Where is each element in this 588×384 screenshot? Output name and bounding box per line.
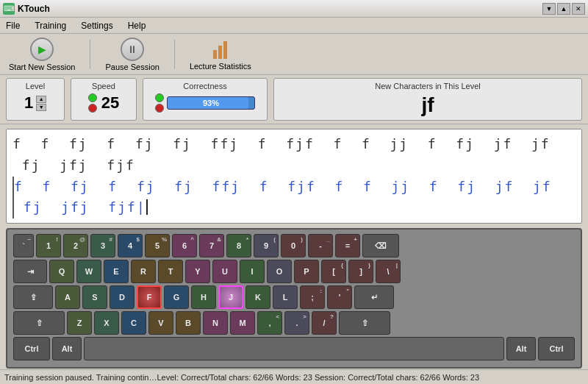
minimize-button[interactable]: ▼ [542,3,556,15]
enter-key[interactable]: ↵ [354,285,394,309]
typed-line: f f fj f fj fj ffj f fjf f f jj f fj jf … [12,177,576,219]
toolbar: ▶ Start New Session ⏸ Pause Session Lect… [0,34,588,75]
key-n[interactable]: N [203,311,228,335]
key-minus[interactable]: _- [308,234,333,257]
start-session-button[interactable]: ▶ Start New Session [6,36,78,73]
speed-light-green [88,93,97,102]
key-rbracket[interactable]: }] [348,260,373,283]
key-period[interactable]: >. [284,311,309,335]
newchars-label: New Characters in This Level [375,82,480,90]
menu-training[interactable]: Training [32,20,69,32]
key-w[interactable]: W [76,260,101,283]
key-equals[interactable]: += [335,234,360,257]
key-2[interactable]: @2 [63,234,88,257]
menubar: File Training Settings Help [0,18,588,34]
backspace-key[interactable]: ⌫ [362,234,399,257]
start-session-label: Start New Session [9,63,75,71]
right-alt-key[interactable]: Alt [506,337,536,360]
speed-value: 25 [101,93,119,113]
target-line: f f fj f fj fj ffj f fjf f f jj f fj jf … [12,134,576,177]
key-c[interactable]: C [121,311,146,335]
newchars-box: New Characters in This Level jf [273,78,582,121]
key-row-bottom: Ctrl Alt Alt Ctrl [13,337,575,360]
key-row-numbers: ~` !1 @2 #3 $4 %5 ^6 &7 *8 (9 )0 _- += ⌫ [13,234,575,257]
app-icon: ⌨ [3,3,15,15]
key-r[interactable]: R [131,260,156,283]
key-backslash[interactable]: |\ [376,260,401,283]
level-arrows: ▲ ▼ [36,96,46,111]
key-s[interactable]: S [82,285,107,309]
level-up-button[interactable]: ▲ [36,96,46,103]
key-9[interactable]: (9 [254,234,279,257]
key-d[interactable]: D [110,285,135,309]
pause-session-button[interactable]: ⏸ Pause Session [102,36,162,73]
newchars-value: jf [421,93,434,117]
key-comma[interactable]: <, [257,311,282,335]
right-shift-key[interactable]: ⇧ [339,311,390,335]
key-m[interactable]: M [230,311,255,335]
key-slash[interactable]: ?/ [312,311,337,335]
key-a[interactable]: A [55,285,80,309]
titlebar: ⌨ KTouch ▼ ▲ ✕ [0,0,588,18]
left-shift-key[interactable]: ⇧ [13,311,65,335]
key-backtick[interactable]: ~` [13,234,34,257]
capslock-key[interactable]: ⇪ [13,285,53,309]
left-alt-key[interactable]: Alt [52,337,82,360]
key-semicolon[interactable]: :; [300,285,325,309]
correctness-box: Correctness 93% [143,78,268,121]
speed-row: 25 [88,93,119,113]
correct-light-red [155,104,164,113]
key-0[interactable]: )0 [281,234,306,257]
key-v[interactable]: V [148,311,173,335]
key-p[interactable]: P [294,260,319,283]
key-e[interactable]: E [104,260,129,283]
key-5[interactable]: %5 [145,234,170,257]
key-h[interactable]: H [191,285,216,309]
right-ctrl-key[interactable]: Ctrl [538,337,575,360]
statusbar: Training session paused. Training contin… [0,369,588,384]
maximize-button[interactable]: ▲ [557,3,570,15]
key-l[interactable]: L [273,285,298,309]
speed-indicator [88,93,97,113]
key-b[interactable]: B [176,311,201,335]
key-6[interactable]: ^6 [172,234,197,257]
level-value: 1 [24,93,33,113]
close-button[interactable]: ✕ [572,3,585,15]
correctness-progress-bar: 93% [167,96,255,110]
key-lbracket[interactable]: {[ [321,260,346,283]
key-f[interactable]: F [137,285,162,309]
key-i[interactable]: I [240,260,265,283]
space-key[interactable] [84,337,504,360]
key-j[interactable]: J [218,285,243,309]
key-y[interactable]: Y [185,260,210,283]
key-z[interactable]: Z [67,311,92,335]
lecture-stats-button[interactable]: Lecture Statistics [187,37,254,72]
key-3[interactable]: #3 [90,234,115,257]
menu-help[interactable]: Help [125,20,149,32]
key-u[interactable]: U [212,260,237,283]
key-8[interactable]: *8 [226,234,251,257]
menu-file[interactable]: File [3,20,23,32]
level-down-button[interactable]: ▼ [36,104,46,111]
toolbar-sep-2 [174,40,175,69]
menu-settings[interactable]: Settings [78,20,115,32]
key-o[interactable]: O [267,260,292,283]
tab-key[interactable]: ⇥ [13,260,47,283]
key-k[interactable]: K [245,285,270,309]
key-q[interactable]: Q [49,260,74,283]
key-g[interactable]: G [164,285,189,309]
correctness-label: Correctness [183,82,226,90]
key-4[interactable]: $4 [118,234,143,257]
key-quote[interactable]: "' [327,285,352,309]
status-text: Training session paused. Training contin… [4,373,479,382]
pause-session-label: Pause Session [105,63,159,71]
correctness-indicator [155,93,164,113]
key-row-zxcv: ⇧ Z X C V B N M <, >. ?/ ⇧ [13,311,575,335]
key-7[interactable]: &7 [199,234,224,257]
left-ctrl-key[interactable]: Ctrl [13,337,50,360]
key-t[interactable]: T [158,260,183,283]
speed-light-red [88,104,97,113]
key-x[interactable]: X [94,311,119,335]
toolbar-sep-1 [90,40,90,69]
key-1[interactable]: !1 [36,234,61,257]
